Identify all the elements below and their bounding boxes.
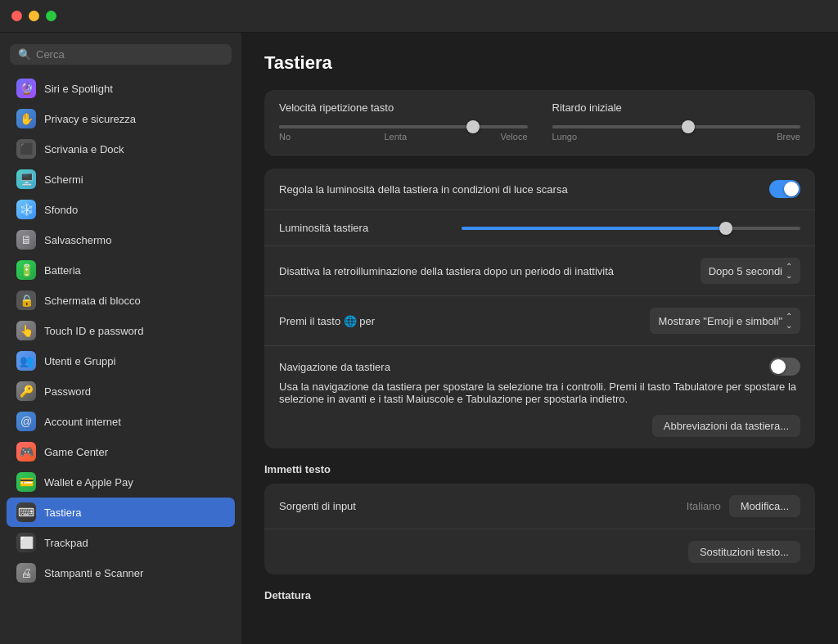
batteria-icon: 🔋 [16, 260, 36, 280]
luminosity-slider-row: Luminosità tastiera [264, 210, 815, 246]
sorgenti-row: Sorgenti di input Italiano Modifica... [264, 484, 815, 529]
maximize-button[interactable] [46, 11, 56, 21]
sidebar-item-salvaschermo[interactable]: 🖥Salvaschermo [7, 225, 235, 254]
scrivania-icon: ⬛ [16, 139, 36, 159]
sidebar-label-schermata: Schermata di blocco [44, 295, 141, 307]
ritardo-thumb[interactable] [682, 120, 695, 133]
sidebar-label-privacy: Privacy e sicurezza [44, 113, 136, 125]
sidebar-label-salvaschermo: Salvaschermo [44, 234, 111, 246]
wallet-icon: 💳 [16, 472, 36, 492]
velocita-left-label: No [279, 132, 291, 142]
password-icon: 🔑 [16, 381, 36, 401]
schermi-icon: 🖥️ [16, 169, 36, 189]
sostituzioni-button[interactable]: Sostituzioni testo... [688, 541, 800, 563]
luminosity-thumb[interactable] [719, 222, 732, 235]
ritardo-label: Ritardo iniziale [552, 101, 801, 114]
velocita-middle-label: Lenta [385, 132, 408, 142]
velocita-row: Velocità ripetizione tasto No Lenta Velo… [264, 90, 815, 155]
dettatura-header: Dettatura [264, 589, 815, 601]
premi-row: Premi il tasto 🌐 per Mostrare "Emoji e s… [264, 296, 815, 346]
auto-brightness-row: Regola la luminosità della tastiera in c… [264, 169, 815, 210]
velocita-group: Velocità ripetizione tasto No Lenta Velo… [279, 101, 528, 142]
sidebar-item-tastiera[interactable]: ⌨Tastiera [7, 498, 235, 527]
auto-brightness-label: Regola la luminosità della tastiera in c… [279, 183, 769, 196]
disattiva-dropdown[interactable]: Dopo 5 secondi ⌃⌄ [701, 258, 800, 284]
trackpad-icon: ⬜ [16, 533, 36, 552]
stampanti-icon: 🖨 [16, 563, 36, 583]
search-icon: 🔍 [18, 48, 31, 61]
sidebar-item-scrivania[interactable]: ⬛Scrivania e Dock [7, 134, 235, 164]
immetti-testo-header: Immetti testo [264, 463, 815, 475]
sidebar-item-batteria[interactable]: 🔋Batteria [7, 255, 235, 285]
close-button[interactable] [11, 11, 22, 21]
utenti-icon: 👥 [16, 351, 36, 371]
app-container: 🔍 Cerca 🔮Siri e Spotlight✋Privacy e sicu… [0, 33, 838, 644]
ritardo-group: Ritardo iniziale Lungo Breve [552, 101, 801, 142]
keyboard-speed-section: Velocità ripetizione tasto No Lenta Velo… [264, 90, 815, 155]
ritardo-left-label: Lungo [552, 132, 578, 142]
ritardo-slider[interactable] [552, 125, 801, 128]
sidebar-label-scrivania: Scrivania e Dock [44, 143, 124, 155]
chevron-icon-2: ⌃⌄ [786, 312, 792, 330]
input-text-section: Sorgenti di input Italiano Modifica... S… [264, 484, 815, 574]
content-area: Tastiera Velocità ripetizione tasto No L… [241, 33, 838, 644]
minimize-button[interactable] [29, 11, 39, 21]
account-icon: @ [16, 412, 36, 431]
sidebar-items-container: 🔮Siri e Spotlight✋Privacy e sicurezza⬛Sc… [0, 73, 241, 588]
sidebar-label-account: Account internet [44, 416, 121, 428]
velocita-label: Velocità ripetizione tasto [279, 101, 528, 114]
sidebar-item-privacy[interactable]: ✋Privacy e sicurezza [7, 104, 235, 133]
schermata-icon: 🔒 [16, 290, 36, 310]
page-title: Tastiera [264, 52, 815, 74]
sidebar-label-sfondo: Sfondo [44, 204, 78, 216]
sidebar: 🔍 Cerca 🔮Siri e Spotlight✋Privacy e sicu… [0, 33, 241, 644]
gamecenter-icon: 🎮 [16, 442, 36, 462]
sidebar-item-touch[interactable]: 👆Touch ID e password [7, 316, 235, 345]
navigazione-description: Usa la navigazione da tastiera per spost… [279, 381, 800, 405]
sidebar-item-sfondo[interactable]: ❄️Sfondo [7, 195, 235, 224]
navigazione-row: Navigazione da tastiera Usa la navigazio… [264, 346, 815, 448]
luminosity-label: Luminosità tastiera [279, 222, 448, 234]
navigazione-toggle[interactable] [769, 358, 800, 376]
search-box[interactable]: 🔍 Cerca [10, 44, 232, 65]
luminosity-section: Regola la luminosità della tastiera in c… [264, 169, 815, 448]
luminosity-slider[interactable] [462, 227, 800, 230]
sidebar-label-siri: Siri e Spotlight [44, 83, 113, 95]
premi-dropdown[interactable]: Mostrare "Emoji e simboli" ⌃⌄ [650, 308, 800, 334]
sidebar-label-stampanti: Stampanti e Scanner [44, 567, 143, 579]
sidebar-item-account[interactable]: @Account internet [7, 407, 235, 436]
sidebar-item-utenti[interactable]: 👥Utenti e Gruppi [7, 346, 235, 376]
disattiva-row: Disattiva la retroilluminazione della ta… [264, 246, 815, 296]
premi-label: Premi il tasto 🌐 per [279, 315, 650, 327]
sfondo-icon: ❄️ [16, 200, 36, 219]
disattiva-label: Disattiva la retroilluminazione della ta… [279, 265, 701, 277]
sidebar-item-gamecenter[interactable]: 🎮Game Center [7, 437, 235, 466]
siri-icon: 🔮 [16, 79, 36, 98]
sidebar-item-password[interactable]: 🔑Password [7, 376, 235, 406]
sidebar-item-stampanti[interactable]: 🖨Stampanti e Scanner [7, 558, 235, 588]
sidebar-label-utenti: Utenti e Gruppi [44, 355, 115, 367]
sidebar-item-wallet[interactable]: 💳Wallet e Apple Pay [7, 467, 235, 497]
sorgenti-lang: Italiano [687, 500, 721, 512]
sidebar-label-wallet: Wallet e Apple Pay [44, 476, 133, 489]
sidebar-item-siri[interactable]: 🔮Siri e Spotlight [7, 74, 235, 103]
abbreviazioni-button[interactable]: Abbreviazioni da tastiera... [652, 415, 800, 437]
search-placeholder: Cerca [36, 48, 65, 61]
sidebar-item-schermi[interactable]: 🖥️Schermi [7, 164, 235, 194]
auto-brightness-toggle[interactable] [769, 180, 800, 198]
sidebar-item-trackpad[interactable]: ⬜Trackpad [7, 528, 235, 557]
privacy-icon: ✋ [16, 109, 36, 128]
ritardo-right-label: Breve [777, 132, 800, 142]
sidebar-label-batteria: Batteria [44, 264, 81, 277]
sidebar-label-touch: Touch ID e password [44, 325, 143, 337]
salvaschermo-icon: 🖥 [16, 230, 36, 250]
modifica-button[interactable]: Modifica... [729, 495, 800, 517]
sidebar-label-trackpad: Trackpad [44, 537, 88, 549]
sorgenti-label: Sorgenti di input [279, 500, 687, 512]
sidebar-item-schermata[interactable]: 🔒Schermata di blocco [7, 286, 235, 315]
velocita-slider[interactable] [279, 125, 528, 128]
toggle-thumb [784, 182, 799, 196]
tastiera-icon: ⌨ [16, 502, 36, 522]
velocita-thumb[interactable] [466, 120, 480, 133]
sidebar-label-password: Password [44, 385, 91, 398]
